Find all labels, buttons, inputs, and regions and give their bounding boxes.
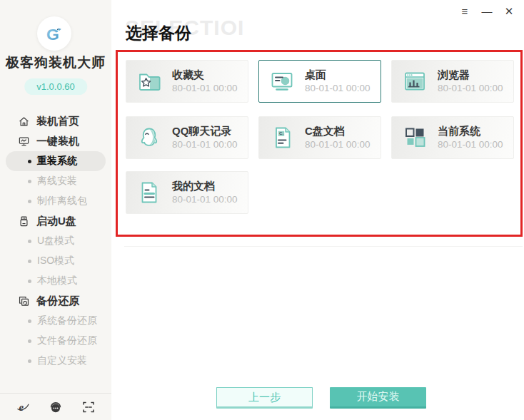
backup-name: 浏览器 [438,68,503,81]
backup-card-text: 收藏夹80-01-01 00:00 [172,68,238,94]
sidebar-item-custom-install[interactable]: 自定义安装 [0,351,111,371]
backup-time: 80-01-01 00:00 [172,195,238,205]
version-badge: v1.0.0.60 [24,78,87,95]
backup-name: 收藏夹 [172,68,238,81]
sidebar-item-label: 本地模式 [37,275,77,287]
home-icon [18,116,30,128]
monitor-icon [18,135,30,148]
section-divider [124,246,523,247]
sidebar-item-label: 文件备份还原 [37,334,97,347]
my-documents-icon [135,178,163,207]
c-drive-doc-icon: C: [268,123,296,152]
backup-card-desktop[interactable]: 桌面80-01-01 00:00 [258,60,381,103]
backup-card-c-drive-docs[interactable]: C:C盘文档80-01-01 00:00 [258,116,381,159]
backup-card-browser[interactable]: 浏览器80-01-01 00:00 [391,60,514,103]
usb-icon [18,215,30,227]
sidebar-footer: e [0,393,111,420]
minimize-button[interactable]: — [481,5,493,18]
window-controls: ≡—✕ [459,5,515,18]
sidebar-item-offline-install[interactable]: 离线安装 [0,171,111,191]
geekdog-logo-icon: G [37,16,71,51]
sidebar-item-file-backup-restore[interactable]: 文件备份还原 [0,331,111,351]
sidebar-menu: 装机首页一键装机重装系统离线安装制作离线包启动U盘U盘模式ISO模式本地模式备份… [0,111,111,371]
sidebar-item-label: 离线安装 [37,175,77,188]
backup-name: 桌面 [305,68,371,81]
sidebar-item-system-backup-restore[interactable]: 系统备份还原 [0,311,111,331]
backup-time: 80-01-01 00:00 [305,140,371,150]
start-install-button[interactable]: 开始安装 [330,387,426,409]
sidebar-item-boot-usb[interactable]: 启动U盘 [0,211,111,231]
backup-time: 80-01-01 00:00 [172,140,238,150]
backup-card-favorites[interactable]: 收藏夹80-01-01 00:00 [126,60,248,103]
backup-card-text: 当前系统80-01-01 00:00 [438,125,503,150]
sidebar-item-backup-restore[interactable]: 备份还原 [0,291,111,311]
backup-time: 80-01-01 00:00 [305,83,371,94]
backup-name: C盘文档 [305,125,371,138]
sidebar-item-one-click-install[interactable]: 一键装机 [0,131,111,151]
backup-card-my-documents[interactable]: 我的文档80-01-01 00:00 [126,171,248,214]
sidebar-item-make-offline-pack[interactable]: 制作离线包 [0,191,111,211]
menu-button[interactable]: ≡ [459,5,470,18]
sidebar-item-label: 系统备份还原 [37,314,97,327]
sidebar-item-label: 自定义安装 [37,354,87,367]
previous-step-button[interactable]: 上一步 [216,387,313,409]
sidebar: G 极客狗装机大师 v1.0.0.60 装机首页一键装机重装系统离线安装制作离线… [0,0,111,420]
backup-card-current-system[interactable]: 当前系统80-01-01 00:00 [391,116,514,159]
backup-time: 80-01-01 00:00 [172,83,238,94]
scan-icon[interactable] [81,400,96,414]
sidebar-item-usb-mode[interactable]: U盘模式 [0,231,111,251]
sidebar-item-label: U盘模式 [37,235,74,247]
browser-window-icon [400,67,429,96]
backup-time: 80-01-01 00:00 [438,83,503,94]
backup-time: 80-01-01 00:00 [438,140,503,150]
sidebar-item-label: 备份还原 [36,294,79,308]
backup-name: QQ聊天记录 [172,125,238,138]
sidebar-item-reinstall-system[interactable]: 重装系统 [6,151,106,171]
svg-text:e: e [19,401,24,413]
sidebar-item-iso-mode[interactable]: ISO模式 [0,251,111,271]
sidebar-item-local-mode[interactable]: 本地模式 [0,271,111,291]
backup-card-qq-chat[interactable]: QQ聊天记录80-01-01 00:00 [126,116,248,159]
svg-text:G: G [46,25,59,43]
close-button[interactable]: ✕ [503,5,515,18]
sidebar-item-label: ISO模式 [37,255,74,267]
favorites-folder-icon [135,67,163,96]
qq-icon [135,123,163,152]
restore-icon [18,295,30,307]
support-headset-icon[interactable] [49,400,63,414]
system-grid-icon [400,123,429,152]
sidebar-item-label: 制作离线包 [37,195,87,208]
sidebar-item-label: 重装系统 [37,155,77,168]
ie-icon[interactable]: e [16,400,30,414]
app-window: { "colors": { "accent_teal": "#58c3b3", … [0,0,524,420]
backup-name: 当前系统 [438,125,503,138]
backup-card-text: C盘文档80-01-01 00:00 [305,125,371,150]
sidebar-item-label: 一键装机 [36,135,79,148]
backup-card-text: 桌面80-01-01 00:00 [305,68,371,94]
sidebar-item-home[interactable]: 装机首页 [0,111,111,131]
main-panel: SELECTIOI 选择备份 收藏夹80-01-01 00:00桌面80-01-… [111,0,524,420]
backup-card-text: 我的文档80-01-01 00:00 [172,180,238,205]
sidebar-item-label: 启动U盘 [36,215,76,228]
page-title: 选择备份 [126,22,191,44]
app-title: 极客狗装机大师 [0,53,111,72]
backup-card-text: 浏览器80-01-01 00:00 [438,68,503,94]
svg-text:C:: C: [279,130,284,135]
backup-card-text: QQ聊天记录80-01-01 00:00 [172,125,238,150]
desktop-icon [268,67,296,96]
backup-name: 我的文档 [172,180,238,193]
sidebar-item-label: 装机首页 [36,115,79,128]
